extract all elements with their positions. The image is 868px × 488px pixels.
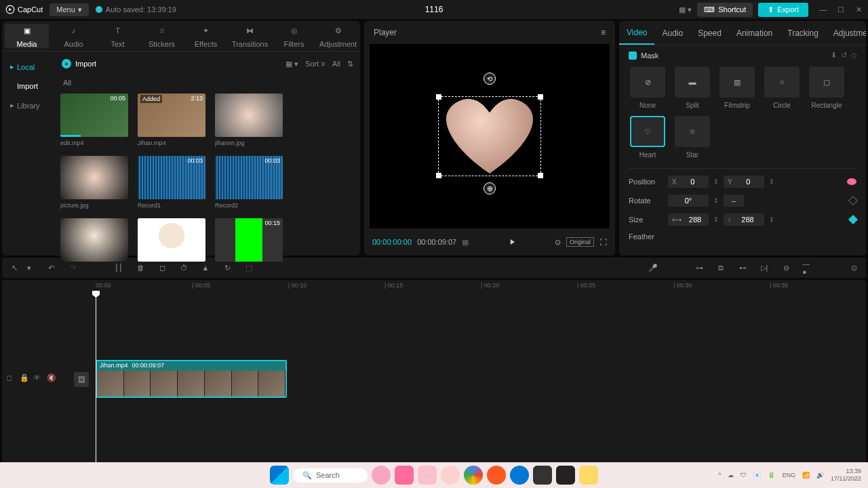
tab-adjustment[interactable]: Adjustment xyxy=(826,21,866,45)
link2-tool[interactable]: ⊷ xyxy=(737,262,748,273)
delete-tool[interactable]: 🗑 xyxy=(135,262,146,273)
selection-tool[interactable]: ↖ xyxy=(9,262,20,273)
media-thumb[interactable]: Added2:13Jihan.mp4 xyxy=(138,94,205,146)
tray-icon[interactable]: 🛡 xyxy=(741,472,747,479)
sidebar-local[interactable]: ▸ Local xyxy=(2,57,55,77)
crop-tool[interactable]: ◻ xyxy=(157,262,167,273)
undo-button[interactable]: ↶ xyxy=(45,262,56,273)
rotate-tool[interactable]: ↻ xyxy=(222,262,233,273)
speed-tool[interactable]: ⏱ xyxy=(178,262,189,273)
playhead[interactable] xyxy=(96,292,96,468)
taskbar-app[interactable] xyxy=(395,466,414,485)
timeline-clip[interactable]: Jihan.mp400:00:09:07 xyxy=(96,360,287,398)
mask-circle[interactable]: ○Circle xyxy=(763,66,801,109)
preview-tool[interactable]: ▷| xyxy=(759,262,770,273)
media-thumb[interactable] xyxy=(138,218,205,262)
taskbar-app[interactable] xyxy=(510,466,529,485)
scale-handle[interactable]: ⊕ xyxy=(484,182,496,195)
nav-adjustment[interactable]: ⚙Adjustment xyxy=(316,21,360,51)
media-thumb[interactable]: 00:15 xyxy=(215,218,283,262)
record-button[interactable]: 🎤 xyxy=(648,262,658,273)
mask-export-icon[interactable]: ⬇ xyxy=(831,51,837,60)
mask-filmstrip[interactable]: ▥Filmstrip xyxy=(718,66,756,109)
player-canvas[interactable]: ⟲ ⊕ xyxy=(370,44,610,228)
link-tool[interactable]: ⊶ xyxy=(694,262,705,273)
taskbar-search[interactable]: 🔍 Search xyxy=(293,468,368,483)
fullscreen-icon[interactable]: ⛶ xyxy=(599,238,607,246)
mask-split[interactable]: ▬Split xyxy=(673,66,711,109)
mask-keyframe-icon[interactable]: ◇ xyxy=(851,51,856,60)
zoom-fit[interactable]: ⊙ xyxy=(848,262,859,273)
selection-box[interactable]: ⟲ ⊕ xyxy=(438,96,541,176)
filter-icon[interactable]: ⇅ xyxy=(347,60,353,68)
timeline-ruler[interactable]: 00:00 | 00:05 | 00:10 | 00:15 | 00:20 | … xyxy=(2,280,866,292)
magnet-tool[interactable]: ⧉ xyxy=(715,262,726,273)
tray-icon[interactable]: ENG xyxy=(782,472,795,479)
tray-icon[interactable]: ^ xyxy=(718,472,721,479)
mirror-tool[interactable]: ▲ xyxy=(200,262,211,273)
nav-text[interactable]: TText xyxy=(96,21,140,51)
nav-effects[interactable]: ✦Effects xyxy=(184,21,228,51)
layout-button[interactable]: ▦ ▾ xyxy=(679,5,692,14)
track-visible[interactable]: 👁 xyxy=(33,373,43,383)
position-y-input[interactable]: Y0 xyxy=(724,176,764,188)
cover-button[interactable]: 🖼 xyxy=(74,372,89,387)
media-thumb[interactable] xyxy=(60,218,128,262)
view-grid-icon[interactable]: ▦ ▾ xyxy=(285,60,298,68)
maximize-button[interactable]: ☐ xyxy=(837,5,845,14)
crop2-tool[interactable]: ⬚ xyxy=(243,262,254,273)
import-button[interactable]: + Import xyxy=(62,59,96,68)
tray-icon[interactable]: 📧 xyxy=(753,472,761,479)
mask-star[interactable]: ☆Star xyxy=(673,116,711,159)
tray-icon[interactable]: ☁ xyxy=(728,472,734,479)
close-button[interactable]: ✕ xyxy=(854,5,863,14)
taskbar-app[interactable] xyxy=(579,466,598,485)
redo-button[interactable]: ↷ xyxy=(67,262,78,273)
nav-media[interactable]: ▣Media xyxy=(5,24,49,48)
menu-button[interactable]: Menu▾ xyxy=(50,3,89,16)
taskbar-clock[interactable]: 13:39 17/11/2022 xyxy=(831,468,861,483)
grid-icon[interactable]: ▦ xyxy=(462,238,469,247)
export-button[interactable]: ⬆Export xyxy=(758,3,808,17)
sidebar-library[interactable]: ▸ Library xyxy=(2,96,55,115)
media-thumb[interactable]: 00:05edit.mp4 xyxy=(60,94,128,146)
taskbar-app[interactable] xyxy=(533,466,552,485)
tab-speed[interactable]: Speed xyxy=(690,21,729,45)
media-thumb[interactable]: 00:03Record2 xyxy=(215,156,283,209)
taskbar-app[interactable] xyxy=(464,466,483,485)
rotate-flip[interactable]: – xyxy=(724,195,744,207)
play-button[interactable] xyxy=(507,237,517,247)
split-tool[interactable]: ⎮⎮ xyxy=(113,262,124,273)
nav-stickers[interactable]: ☆Stickers xyxy=(140,21,184,51)
taskbar-app[interactable]: AI xyxy=(418,466,437,485)
nav-transitions[interactable]: ⧓Transitions xyxy=(228,21,272,51)
sort-button[interactable]: Sort ≡ xyxy=(305,60,326,68)
media-thumb[interactable]: jihannn.jpg xyxy=(215,94,283,146)
tool-dropdown[interactable]: ▾ xyxy=(24,262,35,273)
position-keyframe[interactable] xyxy=(847,178,856,185)
track-toggle[interactable]: ◻ xyxy=(6,373,16,383)
position-x-input[interactable]: X0 xyxy=(668,176,709,188)
mask-heart[interactable]: ♡Heart xyxy=(629,116,667,159)
shortcut-button[interactable]: ⌨Shortcut xyxy=(697,3,753,17)
mask-rectangle[interactable]: ▢Rectangle xyxy=(808,66,846,109)
start-button[interactable] xyxy=(270,466,289,485)
snapshot-icon[interactable]: ⊙ xyxy=(555,238,561,247)
rotate-input[interactable]: 0° xyxy=(668,195,709,207)
mask-none[interactable]: ⊘None xyxy=(629,66,667,109)
nav-filters[interactable]: ◎Filters xyxy=(272,21,316,51)
media-thumb[interactable]: 00:03Record1 xyxy=(138,156,205,209)
sidebar-import[interactable]: Import xyxy=(2,77,55,96)
tray-icon[interactable]: 🔋 xyxy=(768,472,775,479)
tab-tracking[interactable]: Tracking xyxy=(780,21,826,45)
tab-animation[interactable]: Animation xyxy=(729,21,780,45)
size-w-input[interactable]: ⟷288 xyxy=(668,214,709,226)
zoom-slider[interactable]: —● xyxy=(802,262,813,273)
mask-checkbox[interactable] xyxy=(629,52,637,60)
rotate-keyframe[interactable] xyxy=(848,196,858,205)
taskbar-app[interactable] xyxy=(441,466,460,485)
tray-icon[interactable]: 📶 xyxy=(802,472,810,479)
nav-audio[interactable]: ♪Audio xyxy=(52,21,96,51)
mask-reset-icon[interactable]: ↺ xyxy=(841,51,847,60)
tab-audio[interactable]: Audio xyxy=(654,21,690,45)
